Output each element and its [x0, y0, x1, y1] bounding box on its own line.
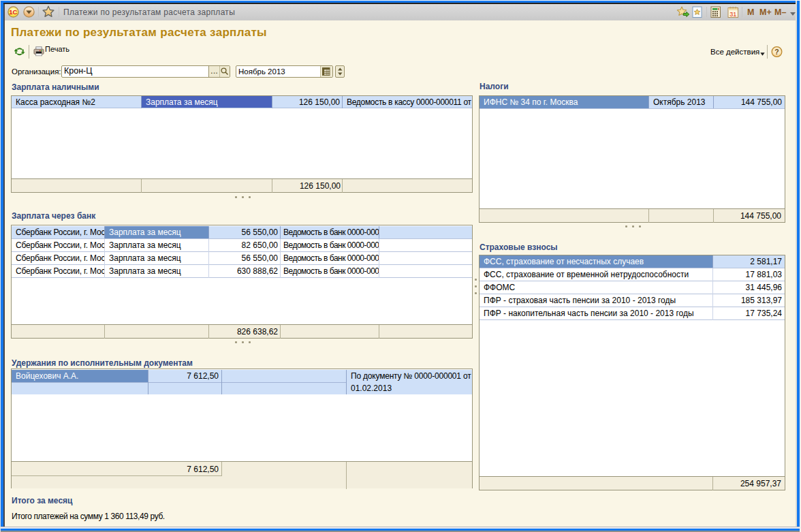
svg-text:1С: 1С	[9, 8, 17, 16]
svg-text:31: 31	[729, 11, 736, 18]
svg-text:?: ?	[774, 48, 779, 56]
